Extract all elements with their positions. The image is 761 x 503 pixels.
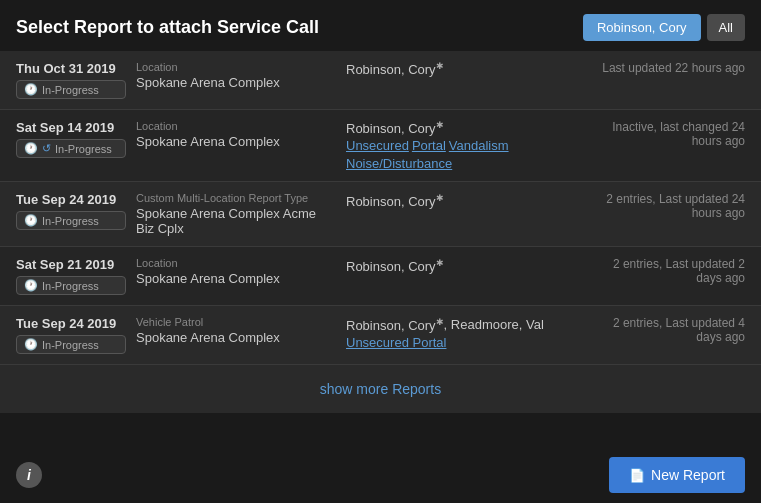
new-report-icon: 📄 — [629, 468, 645, 483]
assignee-line: Robinson, Cory✱, Readmoore, Val — [346, 316, 575, 332]
status-badge: 🕐In-Progress — [16, 276, 126, 295]
date-text: Sat Sep 21 2019 — [16, 257, 126, 272]
footer: i 📄 New Report — [0, 447, 761, 503]
location-label: Vehicle Patrol — [136, 316, 336, 328]
col-assignee: Robinson, Cory✱ — [346, 61, 575, 77]
page-title: Select Report to attach Service Call — [16, 17, 319, 38]
badge-label: In-Progress — [42, 339, 99, 351]
col-date: Tue Sep 24 2019🕐In-Progress — [16, 316, 126, 354]
report-row[interactable]: Tue Sep 24 2019🕐In-ProgressCustom Multi-… — [0, 182, 761, 247]
status-badge: 🕐In-Progress — [16, 335, 126, 354]
assignee-line: Robinson, Cory✱ — [346, 257, 575, 273]
location-value: Spokane Arena Complex Acme Biz Cplx — [136, 206, 336, 236]
new-report-button[interactable]: 📄 New Report — [609, 457, 745, 493]
col-status: Last updated 22 hours ago — [585, 61, 745, 75]
date-text: Tue Sep 24 2019 — [16, 192, 126, 207]
col-status: 2 entries, Last updated 2 days ago — [585, 257, 745, 285]
filter-all-button[interactable]: All — [707, 14, 745, 41]
report-list: Thu Oct 31 2019🕐In-ProgressLocationSpoka… — [0, 51, 761, 365]
info-icon[interactable]: i — [16, 462, 42, 488]
location-value: Spokane Arena Complex — [136, 75, 336, 90]
header-right: Robinson, Cory All — [583, 14, 745, 41]
assignee2-name: , Readmoore, Val — [444, 318, 544, 333]
col-assignee: Robinson, Cory✱, Readmoore, ValUnsecured… — [346, 316, 575, 349]
badge-label: In-Progress — [42, 215, 99, 227]
location-label: Custom Multi-Location Report Type — [136, 192, 336, 204]
tag[interactable]: Vandalism — [449, 138, 509, 153]
col-date: Thu Oct 31 2019🕐In-Progress — [16, 61, 126, 99]
col-assignee: Robinson, Cory✱ — [346, 192, 575, 208]
date-text: Thu Oct 31 2019 — [16, 61, 126, 76]
new-report-label: New Report — [651, 467, 725, 483]
tag-row: UnsecuredPortalVandalismNoise/Disturbanc… — [346, 138, 575, 171]
clock-icon: 🕐 — [24, 214, 38, 227]
date-text: Sat Sep 14 2019 — [16, 120, 126, 135]
location-value: Spokane Arena Complex — [136, 134, 336, 149]
report-row[interactable]: Thu Oct 31 2019🕐In-ProgressLocationSpoka… — [0, 51, 761, 110]
spin-icon: ↺ — [42, 142, 51, 155]
report-row[interactable]: Tue Sep 24 2019🕐In-ProgressVehicle Patro… — [0, 306, 761, 365]
status-badge: 🕐In-Progress — [16, 211, 126, 230]
tag-row: Unsecured Portal — [346, 335, 575, 350]
assignee-name: Robinson, Cory✱ — [346, 194, 444, 209]
header: Select Report to attach Service Call Rob… — [0, 0, 761, 51]
badge-label: In-Progress — [55, 143, 112, 155]
tag[interactable]: Unsecured — [346, 138, 409, 153]
assignee-name: Robinson, Cory✱ — [346, 62, 444, 77]
col-location: LocationSpokane Arena Complex — [136, 120, 336, 149]
tag[interactable]: Noise/Disturbance — [346, 156, 452, 171]
badge-label: In-Progress — [42, 280, 99, 292]
location-value: Spokane Arena Complex — [136, 271, 336, 286]
badge-label: In-Progress — [42, 84, 99, 96]
col-date: Sat Sep 21 2019🕐In-Progress — [16, 257, 126, 295]
report-row[interactable]: Sat Sep 14 2019🕐↺In-ProgressLocationSpok… — [0, 110, 761, 182]
assignee-line: Robinson, Cory✱ — [346, 120, 575, 136]
clock-icon: 🕐 — [24, 83, 38, 96]
assignee-line: Robinson, Cory✱ — [346, 192, 575, 208]
show-more[interactable]: show more Reports — [0, 365, 761, 413]
clock-icon: 🕐 — [24, 279, 38, 292]
col-status: 2 entries, Last updated 24 hours ago — [585, 192, 745, 220]
location-label: Location — [136, 120, 336, 132]
location-label: Location — [136, 61, 336, 73]
col-location: Vehicle PatrolSpokane Arena Complex — [136, 316, 336, 345]
date-text: Tue Sep 24 2019 — [16, 316, 126, 331]
col-location: Custom Multi-Location Report TypeSpokane… — [136, 192, 336, 236]
location-value: Spokane Arena Complex — [136, 330, 336, 345]
filter-name-button[interactable]: Robinson, Cory — [583, 14, 701, 41]
col-status: 2 entries, Last updated 4 days ago — [585, 316, 745, 344]
col-location: LocationSpokane Arena Complex — [136, 257, 336, 286]
report-row[interactable]: Sat Sep 21 2019🕐In-ProgressLocationSpoka… — [0, 247, 761, 306]
col-location: LocationSpokane Arena Complex — [136, 61, 336, 90]
col-assignee: Robinson, Cory✱ — [346, 257, 575, 273]
col-status: Inactive, last changed 24 hours ago — [585, 120, 745, 148]
location-label: Location — [136, 257, 336, 269]
col-date: Sat Sep 14 2019🕐↺In-Progress — [16, 120, 126, 158]
status-badge: 🕐In-Progress — [16, 80, 126, 99]
col-date: Tue Sep 24 2019🕐In-Progress — [16, 192, 126, 230]
assignee-name: Robinson, Cory✱ — [346, 259, 444, 274]
assignee-line: Robinson, Cory✱ — [346, 61, 575, 77]
clock-icon: 🕐 — [24, 338, 38, 351]
col-assignee: Robinson, Cory✱UnsecuredPortalVandalismN… — [346, 120, 575, 171]
clock-icon: 🕐 — [24, 142, 38, 155]
tag[interactable]: Portal — [412, 138, 446, 153]
tag[interactable]: Unsecured Portal — [346, 335, 446, 350]
assignee-name: Robinson, Cory✱ — [346, 121, 444, 136]
assignee-name: Robinson, Cory✱ — [346, 318, 444, 333]
status-badge: 🕐↺In-Progress — [16, 139, 126, 158]
